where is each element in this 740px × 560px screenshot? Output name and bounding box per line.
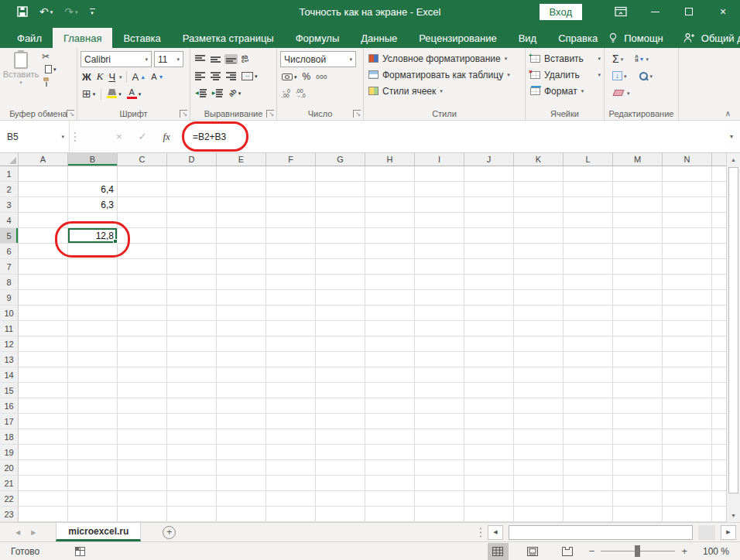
cell-G12[interactable] — [316, 336, 365, 352]
cell-M7[interactable] — [613, 259, 663, 275]
cell-E5[interactable] — [217, 228, 266, 244]
cell-E19[interactable] — [217, 445, 266, 460]
cell-J22[interactable] — [464, 491, 514, 507]
cell-N11[interactable] — [663, 321, 712, 336]
tab-page-layout[interactable]: Разметка страницы — [172, 28, 285, 48]
row-header-5[interactable]: 5 — [0, 228, 19, 244]
cell-G17[interactable] — [316, 414, 365, 429]
cell-G8[interactable] — [316, 275, 365, 290]
cell-K9[interactable] — [514, 290, 564, 306]
cell-M5[interactable] — [613, 228, 663, 244]
sort-filter-button[interactable]: АЯ▼ ▾ — [633, 54, 650, 63]
cell-H12[interactable] — [365, 336, 415, 352]
cell-K1[interactable] — [514, 166, 564, 182]
cell-J20[interactable] — [464, 460, 514, 476]
cell-C15[interactable] — [118, 383, 167, 398]
align-middle-button[interactable] — [209, 54, 222, 64]
cell-J10[interactable] — [464, 306, 514, 321]
cell-G6[interactable] — [316, 244, 365, 259]
cell-L14[interactable] — [564, 367, 613, 383]
italic-button[interactable]: К — [95, 70, 105, 84]
cell-K19[interactable] — [514, 445, 564, 460]
cell-F1[interactable] — [266, 166, 316, 182]
horizontal-scrollbar-thumb[interactable] — [509, 525, 693, 540]
cell-G10[interactable] — [316, 306, 365, 321]
cell-N10[interactable] — [663, 306, 712, 321]
cell-F7[interactable] — [266, 259, 316, 275]
cell-E17[interactable] — [217, 414, 266, 429]
cell-J7[interactable] — [464, 259, 514, 275]
comma-style-button[interactable]: 000 — [314, 73, 329, 81]
cell-I10[interactable] — [415, 306, 464, 321]
cell-G21[interactable] — [316, 476, 365, 491]
new-sheet-button[interactable]: + — [163, 526, 176, 539]
row-header-15[interactable]: 15 — [0, 383, 19, 398]
cell-I9[interactable] — [415, 290, 464, 306]
cell-N1[interactable] — [663, 166, 712, 182]
align-left-button[interactable] — [194, 71, 207, 81]
percent-style-button[interactable]: % — [301, 70, 313, 83]
row-header-8[interactable]: 8 — [0, 275, 19, 290]
cell-J17[interactable] — [464, 414, 514, 429]
cell-L16[interactable] — [564, 398, 613, 414]
cell-D10[interactable] — [167, 306, 217, 321]
cell-I14[interactable] — [415, 367, 464, 383]
zoom-out-icon[interactable]: − — [589, 546, 595, 556]
fill-button[interactable]: ↓▾ — [611, 70, 629, 81]
cell-B16[interactable] — [68, 398, 118, 414]
cell-A3[interactable] — [19, 197, 68, 213]
cell-M3[interactable] — [613, 197, 663, 213]
cell-L6[interactable] — [564, 244, 613, 259]
cell-B8[interactable] — [68, 275, 118, 290]
cell-A23[interactable] — [19, 507, 68, 522]
cell-G18[interactable] — [316, 429, 365, 445]
cell-B15[interactable] — [68, 383, 118, 398]
grow-font-button[interactable]: A▲ — [131, 70, 148, 84]
row-header-17[interactable]: 17 — [0, 414, 19, 429]
cell-D20[interactable] — [167, 460, 217, 476]
cell-M9[interactable] — [613, 290, 663, 306]
cell-C3[interactable] — [118, 197, 167, 213]
sign-in-button[interactable]: Вход — [540, 4, 582, 20]
cell-A14[interactable] — [19, 367, 68, 383]
insert-function-icon[interactable]: fx — [163, 131, 170, 143]
align-center-button[interactable] — [209, 71, 222, 81]
cell-D22[interactable] — [167, 491, 217, 507]
cell-F15[interactable] — [266, 383, 316, 398]
cell-M19[interactable] — [613, 445, 663, 460]
cell-H19[interactable] — [365, 445, 415, 460]
cell-F11[interactable] — [266, 321, 316, 336]
cell-L13[interactable] — [564, 352, 613, 367]
cell-I3[interactable] — [415, 197, 464, 213]
cell-C6[interactable] — [118, 244, 167, 259]
cell-L12[interactable] — [564, 336, 613, 352]
cell-N22[interactable] — [663, 491, 712, 507]
cell-D5[interactable] — [167, 228, 217, 244]
cell-G4[interactable] — [316, 213, 365, 228]
cell-E16[interactable] — [217, 398, 266, 414]
column-header-C[interactable]: C — [118, 153, 167, 166]
cell-A1[interactable] — [19, 166, 68, 182]
column-header-A[interactable]: A — [19, 153, 68, 166]
cell-N3[interactable] — [663, 197, 712, 213]
cell-N7[interactable] — [663, 259, 712, 275]
cell-J6[interactable] — [464, 244, 514, 259]
cell-H14[interactable] — [365, 367, 415, 383]
cell-J5[interactable] — [464, 228, 514, 244]
cell-I2[interactable] — [415, 182, 464, 197]
clear-button[interactable]: ▾ — [612, 89, 632, 97]
cell-J11[interactable] — [464, 321, 514, 336]
cell-N4[interactable] — [663, 213, 712, 228]
cell-E8[interactable] — [217, 275, 266, 290]
cell-K20[interactable] — [514, 460, 564, 476]
cell-A12[interactable] — [19, 336, 68, 352]
cell-H1[interactable] — [365, 166, 415, 182]
cell-K21[interactable] — [514, 476, 564, 491]
zoom-in-icon[interactable]: + — [681, 546, 687, 556]
tab-formulas[interactable]: Формулы — [285, 28, 351, 48]
cell-N9[interactable] — [663, 290, 712, 306]
cell-L20[interactable] — [564, 460, 613, 476]
cell-L15[interactable] — [564, 383, 613, 398]
column-header-G[interactable]: G — [316, 153, 365, 166]
cell-E20[interactable] — [217, 460, 266, 476]
